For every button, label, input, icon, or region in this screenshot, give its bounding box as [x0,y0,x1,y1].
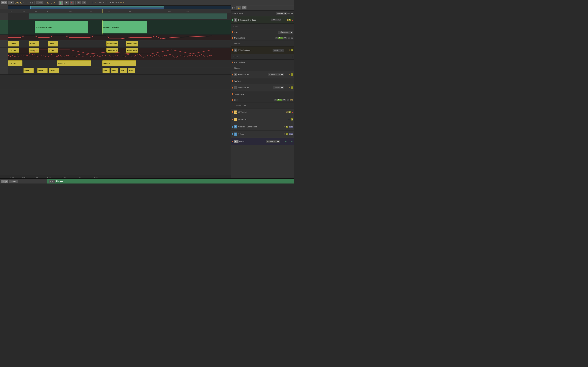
clip-tab[interactable]: Clip [1,180,8,183]
lock-btn[interactable]: 🔒 [236,6,241,9]
routing-select[interactable]: All Ins [271,18,281,21]
mixer-select[interactable]: All Channel [278,31,293,34]
record-btn[interactable]: ● [70,1,74,5]
post-btn[interactable]: Post [289,125,293,128]
solo-btn[interactable]: S [291,118,293,120]
solo-btn[interactable]: S [288,111,291,113]
track-dot [232,133,233,135]
notes-tab[interactable]: Notes [9,180,18,183]
sep3 [45,1,45,4]
play-btn[interactable]: ▶ [58,0,63,5]
clip-vocal[interactable]: Vocal [128,68,135,73]
link-button[interactable]: Link [1,1,7,4]
stop-btn[interactable]: ■ [64,1,69,5]
pencil-btn[interactable]: ✎ [82,1,86,4]
clip-vocals-slice[interactable]: Vocals Slice [106,41,118,47]
clip-vocals[interactable]: ... Vocals [8,41,19,47]
clip-vocal[interactable]: Vocals [37,68,48,73]
mixer-track-8[interactable]: 8 8 Vocals Slice 7 Vocals Gro 8 S [231,71,294,78]
bpm-display[interactable]: 100.00 [15,1,22,4]
clip-label: Vocal [104,70,107,71]
solo-btn[interactable]: S [291,86,293,89]
tracks-container[interactable]: Crossover Syn Bass Crossover Syn Bass [0,13,231,175]
device-name: Track Volume [234,61,293,63]
clip-vocal[interactable]: Vocal [120,68,127,73]
clip-label: Crossover Syn Bass [36,26,52,28]
clip-vocal[interactable]: Vocal [111,68,118,73]
track-content-vocals1b[interactable]: ... Vocals Vocals 1 Vocals 1 [8,60,231,67]
mixer-track-7[interactable]: 7 7 Vocals Group Master 7 S [231,47,294,54]
master-sel[interactable]: Master [273,49,284,52]
7vg-label: 7 Vocals Grou [232,105,246,107]
track-content-vocal-sm[interactable]: Vocals Vocals Vocals Vocal Vocal Vocal V… [8,67,231,75]
overview-bar[interactable] [0,5,231,9]
mixer-track-9[interactable]: 9 9 Vocals Slice All Ins 9 S [231,84,294,91]
clip-vocal[interactable]: Vocal [103,68,110,73]
track-vol-7: Track Volume [231,59,294,65]
time-mark: 1:00 [35,176,38,178]
solo-btn[interactable]: S [291,49,293,51]
edit-btn[interactable]: ✎ [242,6,247,9]
mixer-track-6[interactable]: 6 6 Crossover Syn Bass All Ins 6 S ● [231,16,294,24]
clip-vocals1[interactable]: Vocals 1 [57,60,91,66]
mixer-track-a[interactable]: A A Reverb | Compressor A S Post [231,123,294,131]
clip-vocals[interactable]: Vocals [48,41,58,47]
sep2 [34,1,35,4]
notes-header: Fold Notes [47,179,294,184]
track-dot [232,74,233,75]
clip-crossover-2[interactable]: Crossover Syn Bass [102,21,147,33]
quantize-btn[interactable]: 1 Bar [36,1,44,4]
master-sel[interactable]: 1/2 Master [266,140,280,143]
record-btn[interactable]: ● [292,18,293,22]
track-volume-row: Track Volume Master -inf -inf [231,11,294,16]
track-dot [232,126,233,128]
time-sig[interactable]: 4 / 4 [28,1,33,4]
post-btn[interactable]: Post [289,133,293,135]
solo-btn[interactable]: S [286,133,288,135]
clip-vocal[interactable]: Vocals [24,68,34,73]
sep1 [27,1,27,4]
7vg-row: 7 Vocals Grou [231,103,294,108]
track-dot [232,49,233,51]
mixer-track-b[interactable]: B B Echo B S Post [231,131,294,138]
track-vol: 8 [284,74,290,76]
tap-button[interactable]: Tap [8,1,14,4]
key-btn[interactable]: Key [110,1,114,4]
ruler-top[interactable]: 15 25 35 45 55 65 75 85 95 105 115 [0,9,231,13]
solo-btn[interactable]: S [291,73,293,76]
grid-name: Grid [234,99,273,101]
device-name: ● -6.0 [232,25,291,27]
clip-crossover-1[interactable]: Crossover Syn Bass [35,21,88,33]
mixer-master[interactable]: 1/2 Master 1/2 Master 0 6.0 [231,138,294,145]
track-dot [232,119,233,120]
clip-vocal[interactable]: Vocals [49,68,59,73]
clip-vocals[interactable]: Vocals [29,41,39,47]
track-content-crossover[interactable]: Crossover Syn Bass Crossover Syn Bass [8,20,231,34]
clip-vocals-slice[interactable]: Vocals Slice [126,41,138,47]
add-btn[interactable]: + [77,1,81,4]
fold-btn[interactable]: Fold [49,180,55,183]
mixer-track-10[interactable]: 10 10 Vocals 1 10 S ● [231,108,294,116]
track-content-vocals1[interactable]: ... Vocals Vocals Vocals Vocals Slice Vo… [8,40,231,48]
track-vol: 0 [280,141,286,142]
track-name: 10 Vocals 1 [238,111,281,113]
track-number: B [234,133,237,136]
dest-sel[interactable]: 7 Vocals Gro [268,73,284,76]
midi-btn[interactable]: MIDI [114,1,119,4]
clip-vocals1[interactable]: Vocals 1 [102,60,136,66]
vol-val: -inf [286,99,289,101]
track-content-auto[interactable] [8,35,231,40]
track-content-vocals-wave[interactable]: ... Vocals Vocals Vocals Vocals Slice Vo… [8,48,231,60]
clip-voc[interactable]: ... Vocals [8,60,22,66]
dest-sel[interactable]: All Ins [273,86,284,89]
track-header [0,67,8,75]
track-number: 10 [234,110,237,114]
mixer-track-11[interactable]: 11 11 Vocals 2 11 S [231,116,294,123]
device-dot [232,93,233,95]
master-select[interactable]: Master [276,12,287,15]
cpu-display: 21 % [120,1,124,4]
track-content[interactable] [8,13,231,20]
solo-btn[interactable]: S [286,125,288,128]
track-name: B Echo [238,133,278,135]
solo-btn[interactable]: S [288,19,291,21]
